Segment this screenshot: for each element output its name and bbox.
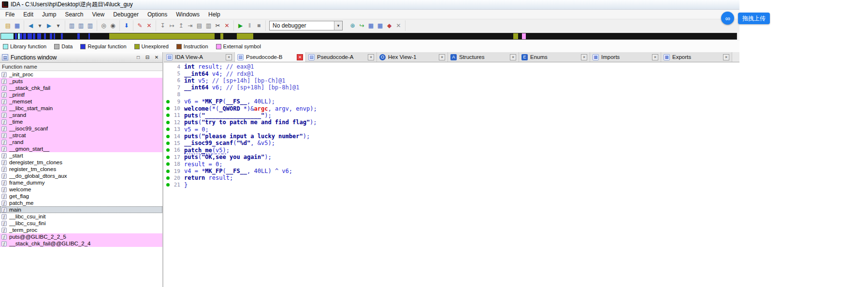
- tab-structures[interactable]: AStructures✕: [448, 52, 519, 62]
- pause-process-icon[interactable]: ‖: [245, 21, 254, 30]
- navigation-band[interactable]: [0, 33, 737, 40]
- menu-item-debugger[interactable]: Debugger: [109, 10, 143, 19]
- tab-hex-view-1[interactable]: OHex View-1✕: [377, 52, 448, 62]
- function-row[interactable]: fwelcome: [0, 186, 162, 193]
- search-bytes-icon[interactable]: ◉: [108, 21, 117, 30]
- back-history-icon[interactable]: ▾: [35, 21, 44, 30]
- tab-close-button[interactable]: ✕: [368, 54, 374, 60]
- search-text-icon[interactable]: ◎: [99, 21, 108, 30]
- function-row[interactable]: fpatch_me: [0, 200, 162, 206]
- cut-icon[interactable]: ✂: [213, 21, 222, 30]
- function-row[interactable]: fmain: [0, 206, 162, 213]
- tab-ida-view-a[interactable]: ▤IDA View-A✕: [164, 52, 235, 62]
- code-line[interactable]: 4int result; // eax@1: [164, 63, 739, 70]
- modules-icon[interactable]: ▦: [376, 21, 385, 30]
- jump-next-icon[interactable]: ⬇: [122, 21, 131, 30]
- function-row[interactable]: f__libc_start_main: [0, 105, 162, 112]
- step-over-icon[interactable]: ↦: [167, 21, 176, 30]
- run-until-return-icon[interactable]: ↥: [176, 21, 186, 30]
- code-line[interactable]: 5__int64 v4; // rdx@1: [164, 70, 739, 77]
- run-to-cursor-icon[interactable]: ⇥: [186, 21, 195, 30]
- menu-item-search[interactable]: Search: [60, 10, 87, 19]
- tab-close-button[interactable]: ✕: [723, 54, 729, 60]
- code-line[interactable]: 14puts("please input a lucky number");: [164, 133, 739, 140]
- start-process-icon[interactable]: ▶: [236, 21, 245, 30]
- forward-history-icon[interactable]: ▾: [54, 21, 63, 30]
- menu-item-view[interactable]: View: [87, 10, 109, 19]
- tab-close-button[interactable]: ✕: [439, 54, 445, 60]
- jump-name-icon[interactable]: ▥: [76, 21, 86, 30]
- close-panel-button[interactable]: ✕: [153, 54, 160, 61]
- code-line[interactable]: 7__int64 v6; // [sp+18h] [bp-8h]@1: [164, 84, 739, 91]
- function-name-column-header[interactable]: Function name: [0, 63, 162, 71]
- maximize-button[interactable]: □: [134, 54, 142, 61]
- trace-icon[interactable]: ↪: [357, 21, 366, 30]
- tab-exports[interactable]: ▦Exports✕: [661, 52, 732, 62]
- function-row[interactable]: f_strcat: [0, 132, 162, 139]
- function-row[interactable]: f__isoc99_scanf: [0, 125, 162, 132]
- code-line[interactable]: 8: [164, 91, 739, 98]
- breakpoints-icon[interactable]: ◆: [385, 21, 394, 30]
- function-row[interactable]: f_printf: [0, 91, 162, 98]
- undock-button[interactable]: ⊟: [144, 54, 151, 61]
- close-tool-icon[interactable]: ✕: [394, 21, 403, 30]
- chevron-down-icon[interactable]: ▾: [334, 21, 342, 30]
- code-line[interactable]: 17puts("OK,see you again");: [164, 154, 739, 160]
- function-row[interactable]: f_init_proc: [0, 71, 162, 78]
- jump-address-icon[interactable]: ▥: [86, 21, 95, 30]
- function-row[interactable]: f__stack_chk_fail@@GLIBC_2_4: [0, 240, 162, 247]
- function-row[interactable]: f_rand: [0, 139, 162, 145]
- tab-imports[interactable]: ▦Imports✕: [590, 52, 661, 62]
- function-row[interactable]: fputs@@GLIBC_2_2_5: [0, 233, 162, 240]
- function-row[interactable]: f_memset: [0, 98, 162, 105]
- discard-icon[interactable]: ✕: [145, 21, 154, 30]
- debugger-select[interactable]: No debugger ▾: [269, 21, 343, 30]
- code-line[interactable]: 13v5 = 0;: [164, 126, 739, 133]
- code-line[interactable]: 6int v5; // [sp+14h] [bp-Ch]@1: [164, 77, 739, 84]
- code-line[interactable]: 9v6 = *MK_FP(__FS__, 40LL);: [164, 98, 739, 105]
- attach-icon[interactable]: ⊕: [348, 21, 357, 30]
- function-row[interactable]: fget_flag: [0, 193, 162, 200]
- tab-close-button[interactable]: ✕: [652, 54, 658, 60]
- function-row[interactable]: f__do_global_dtors_aux: [0, 172, 162, 179]
- tab-enums[interactable]: EEnums✕: [519, 52, 590, 62]
- menu-item-windows[interactable]: Windows: [172, 10, 204, 19]
- cancel-action-icon[interactable]: ✕: [222, 21, 231, 30]
- function-row[interactable]: f__libc_csu_fini: [0, 220, 162, 227]
- menu-item-jump[interactable]: Jump: [38, 10, 60, 19]
- function-row[interactable]: f__stack_chk_fail: [0, 85, 162, 91]
- function-row[interactable]: f__libc_csu_init: [0, 213, 162, 220]
- menu-item-edit[interactable]: Edit: [19, 10, 38, 19]
- code-line[interactable]: 16patch_me(v5);: [164, 147, 739, 154]
- patch-program-icon[interactable]: ✎: [135, 21, 145, 30]
- function-row[interactable]: f_time: [0, 118, 162, 125]
- function-row[interactable]: f__gmon_start__: [0, 145, 162, 152]
- tab-close-button[interactable]: ✕: [226, 54, 232, 60]
- back-icon[interactable]: ◀: [26, 21, 35, 30]
- code-line[interactable]: 12puts("try to patch me and find flag");: [164, 119, 739, 126]
- function-row[interactable]: fframe_dummy: [0, 179, 162, 186]
- watch-list-icon[interactable]: ▥: [204, 21, 213, 30]
- menu-item-file[interactable]: File: [1, 10, 19, 19]
- code-line[interactable]: 15__isoc99_scanf("%d", &v5);: [164, 140, 739, 146]
- function-row[interactable]: f_term_proc: [0, 227, 162, 233]
- code-line[interactable]: 19v4 = *MK_FP(__FS__, 40LL) ^ v6;: [164, 168, 739, 174]
- save-icon[interactable]: ▦: [13, 21, 22, 30]
- tab-close-button[interactable]: ✕: [581, 54, 587, 60]
- tab-close-button[interactable]: ✕: [510, 54, 516, 60]
- stack-trace-icon[interactable]: ▤: [195, 21, 204, 30]
- tab-pseudocode-b[interactable]: ▤Pseudocode-B✕: [235, 52, 306, 62]
- menu-item-help[interactable]: Help: [204, 10, 225, 19]
- code-line[interactable]: 21}: [164, 182, 739, 188]
- tab-pseudocode-a[interactable]: ▤Pseudocode-A✕: [306, 52, 377, 62]
- step-into-icon[interactable]: ↧: [158, 21, 167, 30]
- code-line[interactable]: 10welcome(*(_QWORD *)&argc, argv, envp);: [164, 105, 739, 112]
- code-line[interactable]: 11puts("________________");: [164, 112, 739, 119]
- code-view[interactable]: 4int result; // eax@15__int64 v4; // rdx…: [164, 62, 739, 287]
- upload-widget-icon[interactable]: ∞: [721, 12, 734, 25]
- function-row[interactable]: f_puts: [0, 78, 162, 85]
- function-row[interactable]: f_start: [0, 152, 162, 159]
- segments-icon[interactable]: ▦: [366, 21, 376, 30]
- upload-button[interactable]: 拖拽上传: [738, 13, 770, 24]
- code-line[interactable]: 18result = 0;: [164, 160, 739, 167]
